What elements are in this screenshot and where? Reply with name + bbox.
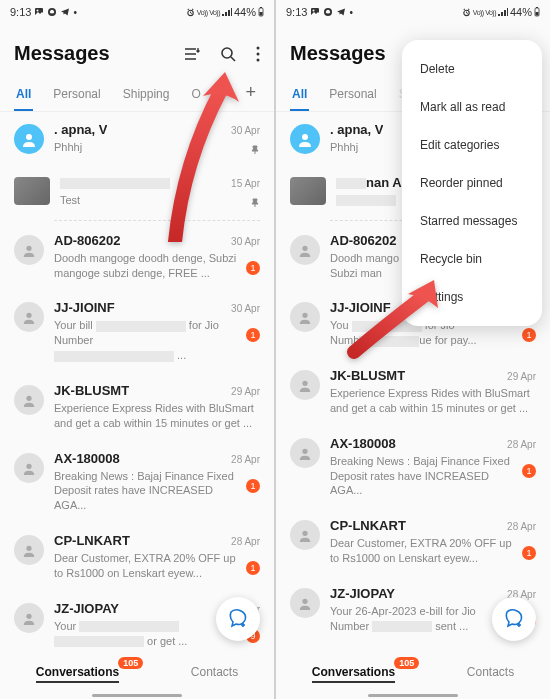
- tab-shipping[interactable]: Shipping: [121, 79, 172, 111]
- list-item[interactable]: AX-18000828 Apr Breaking News : Bajaj Fi…: [276, 426, 550, 509]
- conv-preview: Your or get ...: [54, 619, 240, 649]
- svg-point-28: [302, 381, 307, 386]
- menu-settings[interactable]: Settings: [402, 278, 542, 316]
- avatar: [14, 603, 44, 633]
- conv-preview: Experience Express Rides with BluSmart a…: [330, 386, 536, 416]
- conversation-list: . apna, V30 Apr Phhhj 15 Apr Test AD-806…: [0, 112, 274, 659]
- conv-preview: Phhhj: [54, 140, 244, 155]
- nav-handle[interactable]: [92, 694, 182, 697]
- compose-fab[interactable]: [216, 597, 260, 641]
- conv-date: 15 Apr: [231, 178, 260, 189]
- conv-name: JK-BLUSMT: [330, 368, 405, 383]
- list-item[interactable]: AX-18000828 Apr Breaking News : Bajaj Fi…: [0, 441, 274, 524]
- conv-date: 28 Apr: [231, 536, 260, 547]
- battery-icon: [534, 7, 540, 17]
- tab-add[interactable]: +: [241, 82, 260, 109]
- svg-rect-6: [260, 12, 263, 16]
- list-item[interactable]: CP-LNKART28 Apr Dear Customer, EXTRA 20%…: [276, 508, 550, 576]
- menu-starred[interactable]: Starred messages: [402, 202, 542, 240]
- menu-delete[interactable]: Delete: [402, 50, 542, 88]
- status-time: 9:13: [286, 6, 307, 18]
- menu-mark-read[interactable]: Mark all as read: [402, 88, 542, 126]
- filter-icon[interactable]: [184, 46, 200, 62]
- status-bar: 9:13 • Vo)) Vo)) 44%: [0, 0, 274, 24]
- conv-preview: Breaking News : Bajaj Finance Fixed Depo…: [54, 469, 240, 514]
- avatar: [290, 588, 320, 618]
- bottom-nav: Conversations105 Contacts: [0, 651, 274, 689]
- svg-point-16: [26, 546, 31, 551]
- compose-icon: [227, 608, 249, 630]
- conv-count-badge: 105: [394, 657, 419, 669]
- more-icon[interactable]: [256, 46, 260, 62]
- tab-contacts[interactable]: Contacts: [183, 661, 246, 683]
- svg-point-11: [26, 134, 32, 140]
- conv-preview: Dear Customer, EXTRA 20% OFF up to Rs100…: [330, 536, 516, 566]
- avatar: [290, 177, 326, 205]
- avatar: [290, 235, 320, 265]
- tab-conversations[interactable]: Conversations105: [304, 661, 403, 683]
- tabs: All Personal Shipping O +: [0, 79, 274, 112]
- list-item[interactable]: JJ-JIOINF30 Apr Your bill for Jio Number…: [0, 290, 274, 373]
- conv-name: JJ-JIOINF: [54, 300, 115, 315]
- status-battery: 44%: [510, 6, 532, 18]
- telegram-icon: [336, 7, 346, 17]
- status-time: 9:13: [10, 6, 31, 18]
- conv-name: JJ-JIOINF: [330, 300, 391, 315]
- avatar: [14, 535, 44, 565]
- unread-badge: 1: [246, 328, 260, 342]
- tab-conversations[interactable]: Conversations105: [28, 661, 127, 683]
- conv-name: AX-180008: [330, 436, 396, 451]
- svg-rect-5: [260, 7, 262, 8]
- svg-rect-24: [536, 12, 539, 16]
- nav-handle[interactable]: [368, 694, 458, 697]
- conv-date: 30 Apr: [231, 125, 260, 136]
- gallery-icon: [34, 7, 44, 17]
- list-item[interactable]: . apna, V30 Apr Phhhj: [0, 112, 274, 165]
- tab-personal[interactable]: Personal: [327, 79, 378, 111]
- tab-all[interactable]: All: [290, 79, 309, 111]
- avatar: [14, 177, 50, 205]
- whatsapp-icon: [323, 7, 333, 17]
- svg-point-19: [313, 10, 315, 12]
- signal-icon: [498, 8, 508, 17]
- svg-point-12: [26, 245, 31, 250]
- compose-fab[interactable]: [492, 597, 536, 641]
- list-item[interactable]: 15 Apr Test: [0, 165, 274, 218]
- list-item[interactable]: CP-LNKART28 Apr Dear Customer, EXTRA 20%…: [0, 523, 274, 591]
- conv-name: . apna, V: [330, 122, 383, 137]
- status-battery: 44%: [234, 6, 256, 18]
- unread-badge: 1: [522, 464, 536, 478]
- menu-recycle-bin[interactable]: Recycle bin: [402, 240, 542, 278]
- list-item[interactable]: JK-BLUSMT29 Apr Experience Express Rides…: [0, 373, 274, 441]
- tab-all[interactable]: All: [14, 79, 33, 111]
- menu-edit-categories[interactable]: Edit categories: [402, 126, 542, 164]
- conv-preview: Dear Customer, EXTRA 20% OFF up to Rs100…: [54, 551, 240, 581]
- search-icon[interactable]: [220, 46, 236, 62]
- tab-overflow[interactable]: O: [189, 79, 202, 111]
- conv-date: 29 Apr: [507, 371, 536, 382]
- screen-left: 9:13 • Vo)) Vo)) 44% Messages All Person…: [0, 0, 274, 699]
- conv-date: 28 Apr: [507, 521, 536, 532]
- conv-name: CP-LNKART: [54, 533, 130, 548]
- tab-contacts[interactable]: Contacts: [459, 661, 522, 683]
- list-item[interactable]: JK-BLUSMT29 Apr Experience Express Rides…: [276, 358, 550, 426]
- avatar: [14, 235, 44, 265]
- list-item[interactable]: AD-80620230 Apr Doodh mangoge doodh deng…: [0, 223, 274, 291]
- menu-reorder-pinned[interactable]: Reorder pinned: [402, 164, 542, 202]
- gallery-icon: [310, 7, 320, 17]
- overflow-menu: Delete Mark all as read Edit categories …: [402, 40, 542, 326]
- pin-icon: [250, 198, 260, 208]
- header: Messages: [0, 24, 274, 79]
- telegram-icon: [60, 7, 70, 17]
- conv-preview: Your 26-Apr-2023 e-bill for Jio Number s…: [330, 604, 516, 634]
- avatar: [14, 124, 44, 154]
- svg-point-8: [257, 46, 260, 49]
- conv-date: 28 Apr: [231, 454, 260, 465]
- svg-point-25: [302, 134, 308, 140]
- tab-personal[interactable]: Personal: [51, 79, 102, 111]
- bottom-nav: Conversations105 Contacts: [276, 651, 550, 689]
- alarm-icon: [462, 8, 471, 17]
- conv-name: JZ-JIOPAY: [54, 601, 119, 616]
- page-title: Messages: [290, 42, 386, 65]
- conv-preview: Your bill for Jio Number ...: [54, 318, 240, 363]
